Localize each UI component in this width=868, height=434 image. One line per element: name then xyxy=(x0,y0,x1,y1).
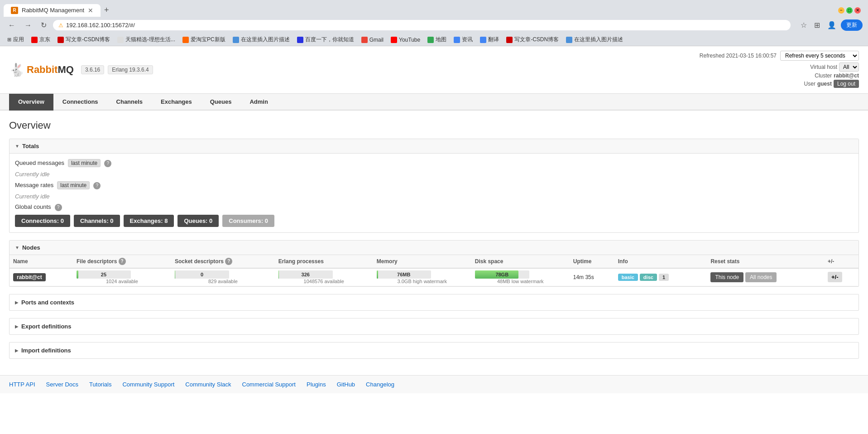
queues-count[interactable]: Queues: 0 xyxy=(177,215,219,227)
nodes-section-header[interactable]: ▼ Nodes xyxy=(10,241,858,255)
import-label: Import definitions xyxy=(21,347,71,354)
all-nodes-button[interactable]: All nodes xyxy=(745,272,777,282)
message-rates-help-icon[interactable]: ? xyxy=(93,182,101,189)
plus-minus-button[interactable]: +/- xyxy=(828,272,842,282)
bookmark-tmall[interactable]: 天猫精选-理想生活... xyxy=(115,35,178,44)
footer-plugins[interactable]: Plugins xyxy=(307,381,326,388)
bookmark-img1[interactable]: 在这里插入图片描述 xyxy=(230,35,293,44)
reload-button[interactable]: ↻ xyxy=(38,20,49,30)
logout-button[interactable]: Log out xyxy=(834,80,859,88)
minimize-button[interactable]: − xyxy=(838,7,844,14)
col-memory: Memory xyxy=(373,255,471,268)
bookmark-baidu[interactable]: 百度一下，你就知道 xyxy=(294,35,357,44)
totals-body: Queued messages last minute ? Currently … xyxy=(10,154,858,232)
footer-changelog[interactable]: Changelog xyxy=(366,381,394,388)
info-badge-disc[interactable]: disc xyxy=(640,274,657,281)
back-button[interactable]: ← xyxy=(5,20,18,30)
rmq-logo: 🐇 RabbitMQ xyxy=(9,63,74,77)
info-cell: basic disc 1 xyxy=(614,268,707,286)
nav-admin[interactable]: Admin xyxy=(240,94,277,111)
forward-button[interactable]: → xyxy=(22,20,34,30)
totals-section-header[interactable]: ▼ Totals xyxy=(10,139,858,154)
col-erlang: Erlang processes xyxy=(275,255,373,268)
nav-overview[interactable]: Overview xyxy=(9,94,53,111)
socket-desc-bar: 0 xyxy=(175,270,229,279)
queued-help-icon[interactable]: ? xyxy=(104,160,111,167)
footer-tutorials[interactable]: Tutorials xyxy=(89,381,111,388)
ports-collapse-row[interactable]: ▶ Ports and contexts xyxy=(10,294,858,310)
global-counts-buttons: Connections: 0 Channels: 0 Exchanges: 8 … xyxy=(15,215,853,227)
reset-stats-buttons: This node All nodes xyxy=(710,272,820,282)
footer-http-api[interactable]: HTTP API xyxy=(9,381,35,388)
bookmark-maps[interactable]: 地图 xyxy=(425,35,449,44)
idle-text-2: Currently idle xyxy=(15,193,853,200)
global-counts-row: Global counts ? xyxy=(15,203,853,211)
queued-messages-badge[interactable]: last minute xyxy=(68,159,101,167)
footer-server-docs[interactable]: Server Docs xyxy=(46,381,79,388)
message-rates-badge[interactable]: last minute xyxy=(57,181,90,189)
address-bar[interactable]: ⚠ 192.168.162.100:15672/#/ xyxy=(53,20,791,30)
info-badge-basic[interactable]: basic xyxy=(618,274,638,281)
vhost-select[interactable]: All xyxy=(839,63,859,72)
totals-title: Totals xyxy=(22,143,39,149)
col-disk: Disk space xyxy=(471,255,570,268)
nav-exchanges[interactable]: Exchanges xyxy=(152,94,201,111)
uptime-cell: 14m 35s xyxy=(570,268,614,286)
erlang-available: 1048576 available xyxy=(278,279,369,284)
bookmark-news[interactable]: 资讯 xyxy=(451,35,475,44)
nodes-table: Name File descriptors ? Socket descripto… xyxy=(10,255,858,286)
channels-count[interactable]: Channels: 0 xyxy=(74,215,120,227)
tab-close-icon[interactable]: ✕ xyxy=(88,7,93,14)
refresh-timestamp: Refreshed 2021-03-15 16:00:57 xyxy=(700,53,777,59)
bookmark-jd[interactable]: 京东 xyxy=(29,35,53,44)
maximize-button[interactable]: □ xyxy=(846,7,853,14)
disk-bar: 78GB xyxy=(475,270,529,279)
import-collapse-row[interactable]: ▶ Import definitions xyxy=(10,342,858,358)
url-text: 192.168.162.100:15672/#/ xyxy=(66,22,135,29)
extensions-icon[interactable]: ⊞ xyxy=(811,19,823,31)
star-icon[interactable]: ☆ xyxy=(798,19,810,31)
totals-section: ▼ Totals Queued messages last minute ? C… xyxy=(9,139,859,233)
version-badge: 3.6.16 xyxy=(81,65,104,74)
new-tab-button[interactable]: + xyxy=(101,4,113,17)
consumers-count[interactable]: Consumers: 0 xyxy=(222,215,274,227)
global-counts-help-icon[interactable]: ? xyxy=(55,204,62,211)
disk-cell: 78GB 48MB low watermark xyxy=(471,268,570,286)
bookmark-gmail[interactable]: Gmail xyxy=(359,36,386,44)
profile-icon[interactable]: 👤 xyxy=(825,19,839,31)
active-tab[interactable]: R RabbitMQ Management ✕ xyxy=(4,4,101,17)
bookmark-translate[interactable]: 翻译 xyxy=(477,35,502,44)
bookmark-youtube[interactable]: YouTube xyxy=(388,36,423,44)
export-label: Export definitions xyxy=(21,323,72,330)
nodes-section: ▼ Nodes Name File descriptors ? Socket d… xyxy=(9,240,859,287)
bookmark-csdn1[interactable]: 写文章-CSDN博客 xyxy=(55,35,113,44)
connections-count[interactable]: Connections: 0 xyxy=(15,215,70,227)
node-name-badge[interactable]: rabbit@ct xyxy=(13,273,46,281)
refresh-select[interactable]: Refresh every 5 seconds Refresh every 10… xyxy=(780,51,859,61)
logo-icon: 🐇 xyxy=(9,63,25,77)
nav-connections[interactable]: Connections xyxy=(53,94,107,111)
footer-community-support[interactable]: Community Support xyxy=(122,381,174,388)
memory-cell: 76MB 3.0GB high watermark xyxy=(373,268,471,286)
file-desc-cell: 25 1024 available xyxy=(73,268,171,286)
app-header: 🐇 RabbitMQ 3.6.16 Erlang 19.3.6.4 Refres… xyxy=(0,46,868,94)
close-button[interactable]: ✕ xyxy=(854,7,861,14)
exchanges-count[interactable]: Exchanges: 8 xyxy=(124,215,174,227)
footer-github[interactable]: GitHub xyxy=(337,381,355,388)
bookmark-csdn2[interactable]: 写文章-CSDN博客 xyxy=(504,35,561,44)
memory-bar: 76MB xyxy=(377,270,431,279)
header-right: Refreshed 2021-03-15 16:00:57 Refresh ev… xyxy=(700,51,859,89)
file-desc-bar: 25 xyxy=(77,270,131,279)
bookmark-apps[interactable]: ⊞ 应用 xyxy=(5,35,27,44)
export-collapse-row[interactable]: ▶ Export definitions xyxy=(10,318,858,334)
memory-sub: 3.0GB high watermark xyxy=(377,279,468,284)
update-button[interactable]: 更新 xyxy=(841,19,863,31)
nav-channels[interactable]: Channels xyxy=(107,94,152,111)
footer-community-slack[interactable]: Community Slack xyxy=(185,381,231,388)
this-node-button[interactable]: This node xyxy=(710,272,743,282)
security-icon: ⚠ xyxy=(58,22,63,29)
nav-queues[interactable]: Queues xyxy=(201,94,241,111)
bookmark-img2[interactable]: 在这里插入图片描述 xyxy=(563,35,626,44)
bookmark-taobao[interactable]: 爱淘宝PC新版 xyxy=(180,35,228,44)
footer-commercial-support[interactable]: Commercial Support xyxy=(242,381,296,388)
